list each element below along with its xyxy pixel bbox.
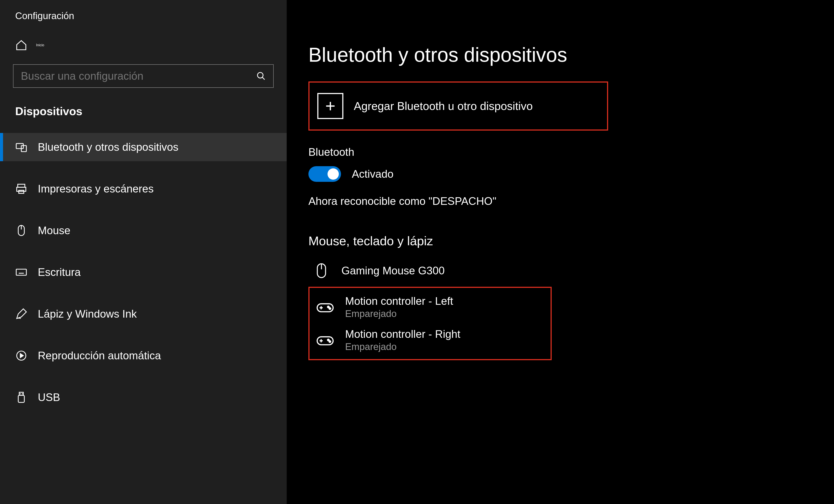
nav-item-label: Bluetooth y otros dispositivos <box>38 141 178 153</box>
plus-icon: + <box>317 93 343 119</box>
mouse-icon <box>15 224 27 237</box>
svg-point-0 <box>258 72 263 78</box>
nav-item-mouse[interactable]: Mouse <box>0 216 287 245</box>
device-status: Emparejado <box>345 341 460 352</box>
nav-item-label: Lápiz y Windows Ink <box>38 308 137 320</box>
nav-item-printers[interactable]: Impresoras y escáneres <box>0 175 287 203</box>
sidebar-section-header: Dispositivos <box>0 98 287 133</box>
device-item-motion-left[interactable]: Motion controller - Left Emparejado <box>312 290 548 324</box>
highlight-controllers: Motion controller - Left Emparejado Moti… <box>308 287 552 360</box>
device-item-gaming-mouse[interactable]: Gaming Mouse G300 <box>308 257 825 285</box>
device-name: Gaming Mouse G300 <box>342 264 444 277</box>
device-name: Motion controller - Left <box>345 295 453 307</box>
search-input[interactable] <box>21 70 256 82</box>
add-device-button[interactable]: + Agregar Bluetooth u otro dispositivo <box>312 85 605 127</box>
gamepad-icon <box>315 330 335 350</box>
nav-item-autoplay[interactable]: Reproducción automática <box>0 342 287 370</box>
nav-item-usb[interactable]: USB <box>0 383 287 412</box>
svg-point-31 <box>328 339 329 341</box>
device-section-title: Mouse, teclado y lápiz <box>308 234 825 248</box>
search-icon <box>256 71 266 81</box>
svg-rect-18 <box>18 395 24 402</box>
nav-item-pen[interactable]: Lápiz y Windows Ink <box>0 300 287 328</box>
svg-marker-16 <box>20 354 23 358</box>
svg-line-1 <box>262 77 265 80</box>
nav-item-typing[interactable]: Escritura <box>0 258 287 286</box>
devices-icon <box>15 141 27 153</box>
svg-rect-9 <box>16 269 26 275</box>
svg-rect-4 <box>18 184 25 187</box>
nav-item-bluetooth-devices[interactable]: Bluetooth y otros dispositivos <box>0 133 287 161</box>
svg-point-32 <box>329 341 331 342</box>
nav-item-label: USB <box>38 391 60 403</box>
highlight-add-device: + Agregar Bluetooth u otro dispositivo <box>308 82 608 131</box>
nav-item-label: Reproducción automática <box>38 349 161 362</box>
svg-point-26 <box>328 306 329 308</box>
sidebar: Configuración Inicio Dispositivos Blueto… <box>0 0 287 504</box>
autoplay-icon <box>15 350 27 362</box>
keyboard-icon <box>15 266 27 278</box>
bluetooth-toggle-row: Activado <box>308 166 825 182</box>
svg-rect-5 <box>17 187 26 191</box>
discoverable-text: Ahora reconocible como "DESPACHO" <box>308 195 825 207</box>
home-icon <box>15 39 27 51</box>
svg-point-27 <box>329 308 331 309</box>
gamepad-icon <box>315 298 335 316</box>
usb-icon <box>15 391 27 403</box>
main-content: Bluetooth y otros dispositivos + Agregar… <box>287 0 834 504</box>
home-label: Inicio <box>36 43 44 47</box>
device-status: Emparejado <box>345 308 453 319</box>
mouse-icon <box>312 261 331 280</box>
svg-rect-6 <box>19 190 24 193</box>
pen-icon <box>15 308 27 320</box>
svg-rect-2 <box>16 144 23 149</box>
nav-item-label: Impresoras y escáneres <box>38 182 154 195</box>
nav-item-label: Mouse <box>38 224 70 237</box>
bluetooth-state-label: Activado <box>352 168 394 180</box>
bluetooth-toggle[interactable] <box>308 166 341 182</box>
printer-icon <box>15 183 27 195</box>
page-title: Bluetooth y otros dispositivos <box>308 43 825 66</box>
search-box[interactable] <box>13 64 274 88</box>
device-name: Motion controller - Right <box>345 328 460 341</box>
nav-item-label: Escritura <box>38 266 81 279</box>
device-item-motion-right[interactable]: Motion controller - Right Emparejado <box>312 324 548 356</box>
window-title: Configuración <box>0 4 287 30</box>
bluetooth-heading: Bluetooth <box>308 146 825 158</box>
add-device-label: Agregar Bluetooth u otro dispositivo <box>354 100 533 112</box>
home-nav[interactable]: Inicio <box>0 30 287 64</box>
